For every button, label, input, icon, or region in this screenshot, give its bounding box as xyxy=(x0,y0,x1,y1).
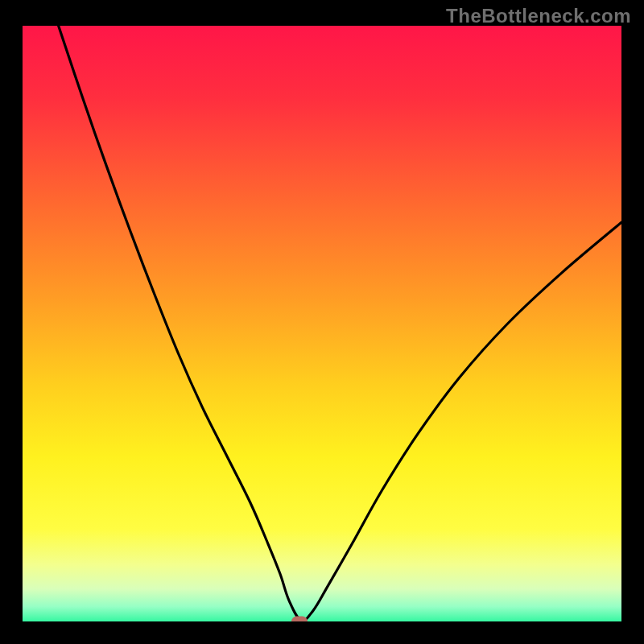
bottleneck-curve xyxy=(59,26,621,621)
plot-area xyxy=(23,26,621,621)
chart-frame: TheBottleneck.com xyxy=(0,0,644,644)
curve-layer xyxy=(23,26,621,621)
optimum-marker xyxy=(291,617,308,622)
watermark-text: TheBottleneck.com xyxy=(446,5,631,27)
